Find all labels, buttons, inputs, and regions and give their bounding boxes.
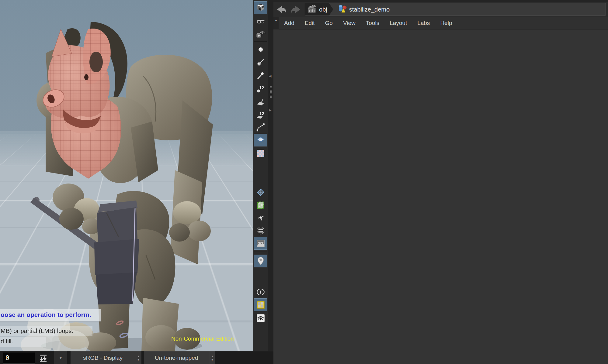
- node-wires: [547, 29, 608, 364]
- splitter-collapse-right-icon[interactable]: ▶: [269, 108, 271, 112]
- breadcrumb-root[interactable]: obj: [305, 3, 333, 15]
- keyframe-arrows-icon[interactable]: [37, 352, 50, 364]
- scene-clapper-icon: [307, 4, 317, 15]
- menu-labs[interactable]: Labs: [417, 20, 430, 26]
- point-numbers-icon[interactable]: 12: [254, 83, 267, 95]
- menu-help[interactable]: Help: [440, 20, 452, 26]
- tonemap-spinner[interactable]: ▲▼: [209, 351, 215, 364]
- display-options-toolbar: 1212i: [253, 0, 268, 351]
- display-info-icon[interactable]: i: [254, 286, 267, 298]
- colorspace-select[interactable]: sRGB - Display: [70, 351, 135, 364]
- network-editor-pane[interactable]: obj stabilize_demo AddEditGoViewToolsLay…: [273, 0, 608, 364]
- operation-glasses-play-icon[interactable]: [254, 28, 267, 41]
- toolbar-divider: [254, 41, 267, 42]
- pane-maximize-control[interactable]: ▲: [273, 17, 279, 29]
- tonemap-select[interactable]: Un-tone-mapped: [144, 351, 209, 364]
- menu-go[interactable]: Go: [325, 20, 333, 26]
- pane-tab-strip: [273, 0, 608, 2]
- shading-mode-cube-icon[interactable]: [254, 1, 267, 14]
- frame-input[interactable]: 0: [3, 352, 35, 364]
- pane-splitter[interactable]: ◀ ▶: [268, 0, 273, 364]
- toolbar-divider: [254, 252, 267, 252]
- nav-back-button[interactable]: [276, 5, 287, 14]
- menu-add[interactable]: Add: [284, 20, 294, 26]
- svg-text:i: i: [259, 289, 261, 295]
- frame-options-dropdown[interactable]: ▼: [54, 351, 67, 364]
- scene-viewport[interactable]: oose an operation to perform. MB) or par…: [0, 0, 253, 351]
- point-markers-icon[interactable]: [254, 43, 267, 56]
- breadcrumb-current-label[interactable]: stabilize_demo: [349, 6, 390, 13]
- wire-gem-icon[interactable]: [254, 186, 267, 199]
- menu-view[interactable]: View: [343, 20, 356, 26]
- reference-grid-icon[interactable]: [254, 298, 267, 311]
- svg-text:12: 12: [259, 85, 264, 90]
- point-pin-icon[interactable]: [254, 69, 267, 82]
- network-menu-bar: AddEditGoViewToolsLayoutLabsHelp: [273, 17, 608, 29]
- viewport-hint-line3: d fill.: [0, 337, 46, 347]
- nav-forward-button[interactable]: [290, 5, 301, 14]
- particle-axes-icon[interactable]: [254, 211, 267, 224]
- splitter-collapse-left-icon[interactable]: ◀: [269, 74, 271, 78]
- texture-checker-icon[interactable]: [254, 147, 267, 160]
- geometry-node-icon: [336, 3, 347, 15]
- svg-text:12: 12: [259, 111, 264, 116]
- profile-curve-icon[interactable]: [254, 121, 267, 134]
- splitter-grip[interactable]: [270, 86, 272, 98]
- material-patch-icon[interactable]: [254, 198, 267, 211]
- nodes-layer: testgeometry_crag1Blastisolate_headnot: …: [547, 29, 608, 364]
- visualizer-layers-icon[interactable]: [254, 224, 267, 237]
- menu-tools[interactable]: Tools: [366, 20, 379, 26]
- viewport-edition-watermark: Non-Commercial Edition: [171, 335, 234, 342]
- handles-glasses-icon[interactable]: [254, 15, 267, 28]
- menu-edit[interactable]: Edit: [305, 20, 315, 26]
- visibility-eye-icon[interactable]: [254, 312, 267, 325]
- connector-dots-layer: [547, 29, 608, 364]
- network-path-bar: obj stabilize_demo: [273, 2, 608, 17]
- menu-layout[interactable]: Layout: [390, 20, 407, 26]
- network-path-field[interactable]: obj stabilize_demo: [305, 3, 606, 16]
- uv-overlay-icon[interactable]: [254, 134, 267, 146]
- background-image-icon[interactable]: [254, 237, 267, 250]
- point-paint-icon[interactable]: [254, 56, 267, 69]
- prim-numbers-icon[interactable]: 12: [254, 109, 267, 122]
- viewport-bottom-bar: 0 ▼ sRGB - Display ▲▼ Un-tone-mapped ▲▼: [0, 351, 273, 364]
- snap-location-pin-icon[interactable]: [254, 255, 267, 267]
- breadcrumb-root-label: obj: [319, 6, 327, 13]
- colorspace-spinner[interactable]: ▲▼: [135, 351, 141, 364]
- prim-markers-icon[interactable]: [254, 96, 267, 109]
- creature-render: [0, 0, 253, 351]
- houdini-window: oose an operation to perform. MB) or par…: [0, 0, 608, 364]
- network-graph-canvas[interactable]: Non-Commercial Edition testgeometry_crag…: [273, 29, 608, 364]
- viewport-hint-primary: oose an operation to perform.: [0, 309, 101, 321]
- viewport-hint-line2: MB) or partial (LMB) loops.: [0, 326, 92, 336]
